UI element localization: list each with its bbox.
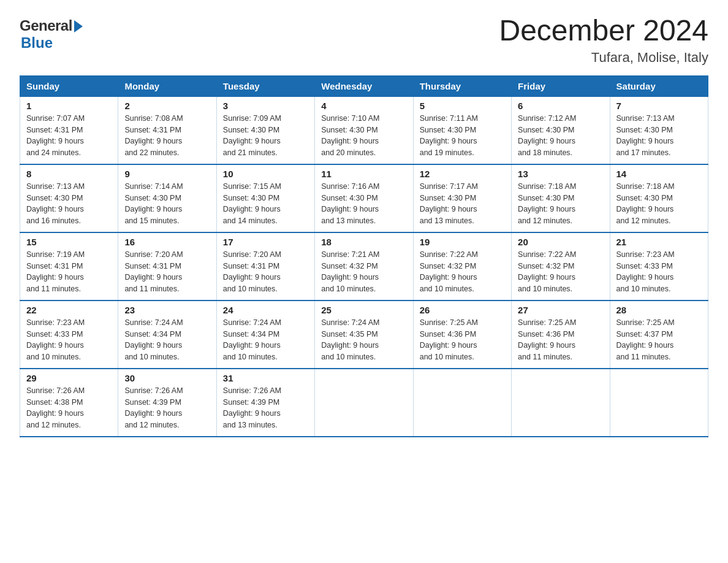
table-row: 2Sunrise: 7:08 AMSunset: 4:31 PMDaylight…: [118, 96, 216, 164]
table-row: 9Sunrise: 7:14 AMSunset: 4:30 PMDaylight…: [118, 164, 216, 232]
table-row: 7Sunrise: 7:13 AMSunset: 4:30 PMDaylight…: [610, 96, 708, 164]
day-number: 20: [518, 237, 603, 247]
table-row: 4Sunrise: 7:10 AMSunset: 4:30 PMDaylight…: [315, 96, 413, 164]
table-row: 26Sunrise: 7:25 AMSunset: 4:36 PMDayligh…: [413, 301, 511, 369]
month-year-title: December 2024: [499, 15, 708, 47]
table-row: 16Sunrise: 7:20 AMSunset: 4:31 PMDayligh…: [118, 232, 216, 301]
day-info: Sunrise: 7:17 AMSunset: 4:30 PMDaylight:…: [420, 181, 505, 227]
day-info: Sunrise: 7:26 AMSunset: 4:38 PMDaylight:…: [26, 385, 112, 431]
day-number: 3: [223, 101, 308, 111]
page-header: General Blue December 2024 Tufara, Molis…: [20, 15, 708, 66]
table-row: 31Sunrise: 7:26 AMSunset: 4:39 PMDayligh…: [216, 369, 314, 437]
table-row: 14Sunrise: 7:18 AMSunset: 4:30 PMDayligh…: [610, 164, 708, 232]
table-row: [610, 369, 708, 437]
day-info: Sunrise: 7:24 AMSunset: 4:35 PMDaylight:…: [321, 317, 406, 363]
day-info: Sunrise: 7:13 AMSunset: 4:30 PMDaylight:…: [616, 113, 702, 159]
day-number: 19: [420, 237, 505, 247]
table-row: 1Sunrise: 7:07 AMSunset: 4:31 PMDaylight…: [20, 96, 118, 164]
day-info: Sunrise: 7:24 AMSunset: 4:34 PMDaylight:…: [223, 317, 308, 363]
day-number: 24: [223, 305, 308, 315]
day-number: 8: [26, 169, 112, 179]
day-info: Sunrise: 7:25 AMSunset: 4:37 PMDaylight:…: [616, 317, 702, 363]
day-number: 25: [321, 305, 406, 315]
day-number: 18: [321, 237, 406, 247]
table-row: 17Sunrise: 7:20 AMSunset: 4:31 PMDayligh…: [216, 232, 314, 301]
table-row: 5Sunrise: 7:11 AMSunset: 4:30 PMDaylight…: [413, 96, 511, 164]
day-info: Sunrise: 7:24 AMSunset: 4:34 PMDaylight:…: [124, 317, 210, 363]
day-info: Sunrise: 7:25 AMSunset: 4:36 PMDaylight:…: [518, 317, 603, 363]
col-monday: Monday: [118, 75, 216, 96]
day-info: Sunrise: 7:12 AMSunset: 4:30 PMDaylight:…: [518, 113, 603, 159]
table-row: 30Sunrise: 7:26 AMSunset: 4:39 PMDayligh…: [118, 369, 216, 437]
col-sunday: Sunday: [20, 75, 118, 96]
day-number: 30: [124, 373, 210, 383]
day-info: Sunrise: 7:07 AMSunset: 4:31 PMDaylight:…: [26, 113, 112, 159]
logo-general-text: General: [20, 17, 72, 34]
col-tuesday: Tuesday: [216, 75, 314, 96]
day-number: 13: [518, 169, 603, 179]
day-info: Sunrise: 7:18 AMSunset: 4:30 PMDaylight:…: [616, 181, 702, 227]
day-number: 7: [616, 101, 702, 111]
day-info: Sunrise: 7:08 AMSunset: 4:31 PMDaylight:…: [124, 113, 210, 159]
table-row: 27Sunrise: 7:25 AMSunset: 4:36 PMDayligh…: [512, 301, 610, 369]
day-number: 5: [420, 101, 505, 111]
day-info: Sunrise: 7:14 AMSunset: 4:30 PMDaylight:…: [124, 181, 210, 227]
day-number: 14: [616, 169, 702, 179]
day-number: 6: [518, 101, 603, 111]
table-row: 19Sunrise: 7:22 AMSunset: 4:32 PMDayligh…: [413, 232, 511, 301]
day-info: Sunrise: 7:19 AMSunset: 4:31 PMDaylight:…: [26, 249, 112, 295]
day-info: Sunrise: 7:10 AMSunset: 4:30 PMDaylight:…: [321, 113, 406, 159]
calendar-week-row: 1Sunrise: 7:07 AMSunset: 4:31 PMDaylight…: [20, 96, 708, 164]
day-number: 15: [26, 237, 112, 247]
day-info: Sunrise: 7:20 AMSunset: 4:31 PMDaylight:…: [124, 249, 210, 295]
day-number: 2: [124, 101, 210, 111]
logo: General Blue: [20, 17, 83, 52]
table-row: 29Sunrise: 7:26 AMSunset: 4:38 PMDayligh…: [20, 369, 118, 437]
table-row: 6Sunrise: 7:12 AMSunset: 4:30 PMDaylight…: [512, 96, 610, 164]
table-row: 18Sunrise: 7:21 AMSunset: 4:32 PMDayligh…: [315, 232, 413, 301]
day-info: Sunrise: 7:22 AMSunset: 4:32 PMDaylight:…: [420, 249, 505, 295]
table-row: [512, 369, 610, 437]
table-row: 23Sunrise: 7:24 AMSunset: 4:34 PMDayligh…: [118, 301, 216, 369]
logo-arrow-icon: [74, 20, 83, 33]
calendar-week-row: 29Sunrise: 7:26 AMSunset: 4:38 PMDayligh…: [20, 369, 708, 437]
location-subtitle: Tufara, Molise, Italy: [499, 50, 708, 66]
day-number: 1: [26, 101, 112, 111]
calendar-week-row: 8Sunrise: 7:13 AMSunset: 4:30 PMDaylight…: [20, 164, 708, 232]
day-info: Sunrise: 7:26 AMSunset: 4:39 PMDaylight:…: [223, 385, 308, 431]
col-thursday: Thursday: [413, 75, 511, 96]
day-number: 11: [321, 169, 406, 179]
col-saturday: Saturday: [610, 75, 708, 96]
table-row: 8Sunrise: 7:13 AMSunset: 4:30 PMDaylight…: [20, 164, 118, 232]
day-info: Sunrise: 7:22 AMSunset: 4:32 PMDaylight:…: [518, 249, 603, 295]
calendar-week-row: 22Sunrise: 7:23 AMSunset: 4:33 PMDayligh…: [20, 301, 708, 369]
day-number: 23: [124, 305, 210, 315]
day-info: Sunrise: 7:25 AMSunset: 4:36 PMDaylight:…: [420, 317, 505, 363]
calendar-week-row: 15Sunrise: 7:19 AMSunset: 4:31 PMDayligh…: [20, 232, 708, 301]
table-row: 24Sunrise: 7:24 AMSunset: 4:34 PMDayligh…: [216, 301, 314, 369]
title-block: December 2024 Tufara, Molise, Italy: [499, 15, 708, 66]
table-row: 3Sunrise: 7:09 AMSunset: 4:30 PMDaylight…: [216, 96, 314, 164]
day-info: Sunrise: 7:09 AMSunset: 4:30 PMDaylight:…: [223, 113, 308, 159]
day-number: 10: [223, 169, 308, 179]
logo-blue-text: Blue: [21, 34, 83, 52]
day-number: 12: [420, 169, 505, 179]
day-number: 9: [124, 169, 210, 179]
day-info: Sunrise: 7:18 AMSunset: 4:30 PMDaylight:…: [518, 181, 603, 227]
table-row: 13Sunrise: 7:18 AMSunset: 4:30 PMDayligh…: [512, 164, 610, 232]
day-info: Sunrise: 7:15 AMSunset: 4:30 PMDaylight:…: [223, 181, 308, 227]
table-row: 22Sunrise: 7:23 AMSunset: 4:33 PMDayligh…: [20, 301, 118, 369]
day-info: Sunrise: 7:20 AMSunset: 4:31 PMDaylight:…: [223, 249, 308, 295]
table-row: 15Sunrise: 7:19 AMSunset: 4:31 PMDayligh…: [20, 232, 118, 301]
day-info: Sunrise: 7:16 AMSunset: 4:30 PMDaylight:…: [321, 181, 406, 227]
table-row: 25Sunrise: 7:24 AMSunset: 4:35 PMDayligh…: [315, 301, 413, 369]
day-number: 4: [321, 101, 406, 111]
table-row: 21Sunrise: 7:23 AMSunset: 4:33 PMDayligh…: [610, 232, 708, 301]
table-row: [413, 369, 511, 437]
col-friday: Friday: [512, 75, 610, 96]
day-info: Sunrise: 7:21 AMSunset: 4:32 PMDaylight:…: [321, 249, 406, 295]
calendar-table: Sunday Monday Tuesday Wednesday Thursday…: [20, 75, 708, 437]
day-info: Sunrise: 7:11 AMSunset: 4:30 PMDaylight:…: [420, 113, 505, 159]
day-number: 16: [124, 237, 210, 247]
day-number: 31: [223, 373, 308, 383]
